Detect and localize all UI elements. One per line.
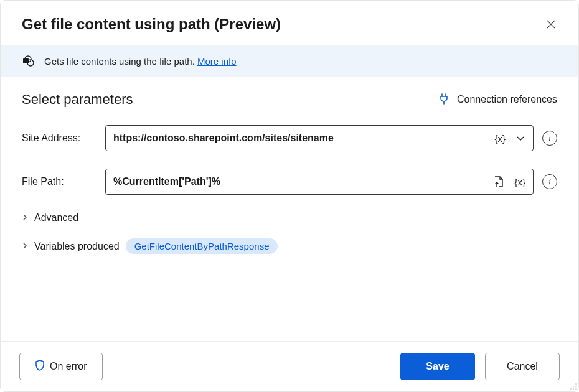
info-icon[interactable]: i	[542, 131, 557, 146]
advanced-label: Advanced	[34, 212, 78, 223]
info-text: Gets file contents using the file path. …	[44, 56, 237, 67]
variable-token-button[interactable]: {x}	[492, 132, 508, 145]
dialog: Get file content using path (Preview) S …	[0, 0, 579, 392]
section-header-row: Select parameters Connection references	[22, 91, 557, 108]
sharepoint-icon: S	[22, 54, 35, 68]
variable-chip[interactable]: GetFileContentByPathResponse	[126, 238, 278, 254]
variable-token-button[interactable]: {x}	[512, 175, 528, 189]
svg-point-9	[570, 388, 572, 390]
footer-actions: Save Cancel	[400, 353, 560, 380]
file-path-label: File Path:	[22, 176, 95, 187]
dialog-body: Select parameters Connection references …	[1, 77, 578, 341]
close-button[interactable]	[542, 16, 560, 33]
info-bar: S Gets file contents using the file path…	[1, 45, 578, 77]
variables-produced-label: Variables produced	[34, 241, 120, 252]
on-error-label: On error	[50, 361, 87, 372]
connection-references-button[interactable]: Connection references	[438, 92, 557, 107]
file-path-value[interactable]	[113, 176, 491, 187]
variables-produced-expander[interactable]: Variables produced GetFileContentByPathR…	[22, 238, 557, 254]
on-error-button[interactable]: On error	[19, 353, 103, 380]
svg-point-5	[575, 386, 577, 387]
file-path-row: File Path: {x} i	[22, 169, 557, 195]
cancel-button[interactable]: Cancel	[485, 353, 560, 380]
shield-icon	[35, 360, 45, 373]
info-text-body: Gets file contents using the file path.	[44, 56, 197, 67]
svg-point-6	[575, 388, 577, 390]
svg-point-4	[575, 383, 577, 385]
connection-references-label: Connection references	[457, 94, 557, 105]
chevron-right-icon	[22, 213, 28, 222]
chevron-right-icon	[22, 242, 28, 251]
svg-point-8	[573, 388, 574, 390]
file-picker-button[interactable]	[491, 174, 507, 189]
site-address-label: Site Address:	[22, 133, 95, 144]
plug-icon	[438, 92, 450, 107]
section-title: Select parameters	[22, 91, 133, 108]
site-address-row: Site Address: {x} i	[22, 125, 557, 151]
info-icon[interactable]: i	[542, 174, 557, 189]
dialog-title: Get file content using path (Preview)	[22, 16, 281, 33]
dialog-footer: On error Save Cancel	[1, 341, 578, 391]
more-info-link[interactable]: More info	[197, 56, 237, 67]
resize-grip-icon[interactable]	[568, 381, 577, 390]
close-icon	[546, 19, 556, 29]
chevron-down-icon	[515, 133, 525, 143]
svg-point-7	[573, 386, 574, 387]
site-address-input[interactable]: {x}	[105, 125, 534, 151]
svg-text:S: S	[25, 59, 27, 64]
site-address-value[interactable]	[113, 133, 492, 144]
save-button[interactable]: Save	[400, 353, 475, 380]
advanced-expander[interactable]: Advanced	[22, 212, 557, 223]
file-arrow-icon	[493, 175, 504, 188]
file-path-input[interactable]: {x}	[105, 169, 534, 195]
dropdown-button[interactable]	[513, 132, 528, 144]
dialog-header: Get file content using path (Preview)	[1, 1, 578, 45]
